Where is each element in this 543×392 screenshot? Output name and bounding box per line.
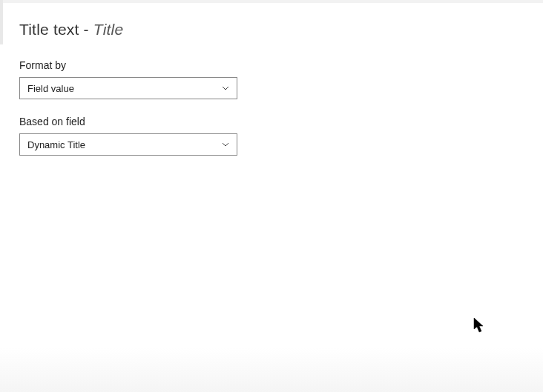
chevron-down-icon bbox=[222, 141, 229, 148]
based-on-field-value: Dynamic Title bbox=[27, 139, 222, 150]
based-on-field-label: Based on field bbox=[19, 116, 524, 127]
format-by-group: Format by Field value bbox=[19, 59, 524, 99]
format-by-label: Format by bbox=[19, 59, 524, 71]
header-separator: - bbox=[79, 21, 93, 38]
dialog-header: Title text - Title bbox=[19, 21, 524, 39]
mouse-cursor-icon bbox=[473, 317, 485, 333]
left-edge bbox=[0, 0, 3, 44]
format-by-value: Field value bbox=[27, 83, 222, 94]
top-edge bbox=[0, 0, 543, 3]
based-on-field-dropdown[interactable]: Dynamic Title bbox=[19, 133, 237, 156]
format-by-dropdown[interactable]: Field value bbox=[19, 77, 237, 99]
chevron-down-icon bbox=[222, 84, 229, 92]
bottom-fade bbox=[0, 348, 543, 392]
dialog-panel: Title text - Title Format by Field value… bbox=[0, 0, 543, 193]
header-title: Title text bbox=[19, 21, 79, 38]
header-subtitle: Title bbox=[93, 21, 124, 38]
based-on-field-group: Based on field Dynamic Title bbox=[19, 116, 524, 156]
